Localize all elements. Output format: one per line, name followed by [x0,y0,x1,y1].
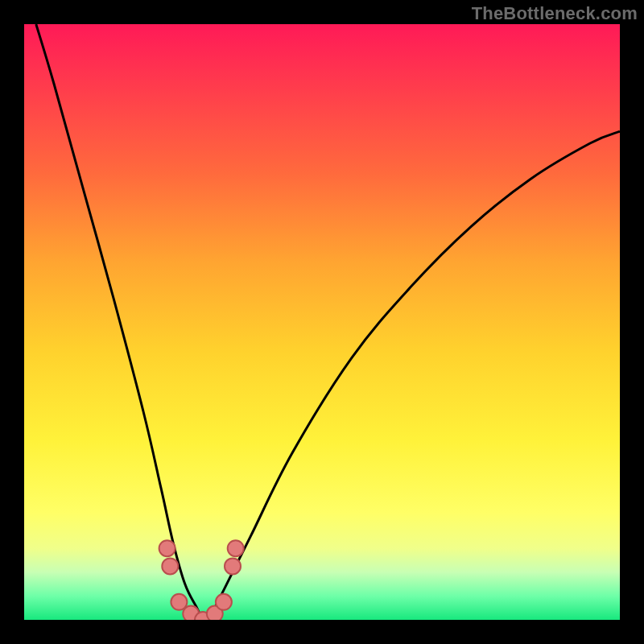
marker-dot [162,558,178,574]
curve-layer [36,24,620,620]
marker-dot [225,558,241,574]
marker-layer [159,540,244,620]
curve-svg [24,24,620,620]
watermark-label: TheBottleneck.com [472,3,638,24]
marker-dot [159,540,175,556]
marker-dot [171,594,187,610]
plot-area [24,24,620,620]
marker-dot [228,540,244,556]
chart-frame: TheBottleneck.com [0,0,644,644]
marker-dot [216,594,232,610]
bottleneck-curve [36,24,620,620]
